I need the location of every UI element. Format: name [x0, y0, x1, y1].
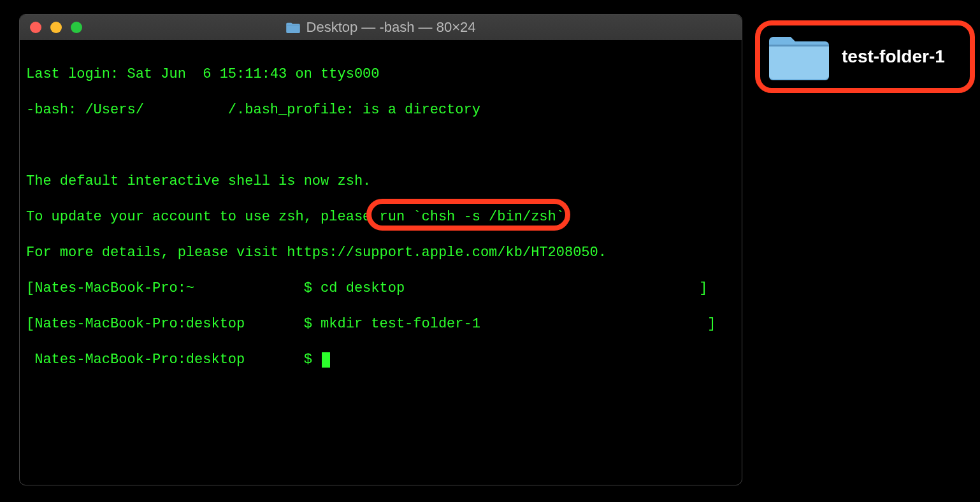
terminal-line — [26, 137, 735, 155]
terminal-line: For more details, please visit https://s… — [26, 244, 735, 262]
terminal-line: Last login: Sat Jun 6 15:11:43 on ttys00… — [26, 66, 735, 83]
terminal-line: The default interactive shell is now zsh… — [26, 173, 735, 190]
terminal-line: To update your account to use zsh, pleas… — [26, 208, 735, 226]
folder-icon — [286, 22, 300, 33]
terminal-prompt: Nates-MacBook-Pro:desktop $ — [26, 352, 321, 368]
annotation-highlight-folder: test-folder-1 — [755, 20, 975, 93]
terminal-body[interactable]: Last login: Sat Jun 6 15:11:43 on ttys00… — [20, 40, 742, 430]
close-button[interactable] — [30, 22, 41, 33]
cursor-icon — [322, 352, 330, 368]
title-bar[interactable]: Desktop — -bash — 80×24 — [20, 15, 742, 40]
desktop-folder-label[interactable]: test-folder-1 — [842, 47, 945, 67]
terminal-line: [Nates-MacBook-Pro:desktop $ mkdir test-… — [26, 315, 735, 333]
svg-rect-0 — [769, 45, 829, 47]
window-title: Desktop — -bash — 80×24 — [286, 19, 476, 36]
terminal-line: -bash: /Users/ /.bash_profile: is a dire… — [26, 101, 735, 119]
window-title-text: Desktop — -bash — 80×24 — [306, 19, 476, 36]
traffic-lights — [30, 22, 82, 33]
folder-icon[interactable] — [769, 33, 829, 80]
minimize-button[interactable] — [50, 22, 62, 33]
terminal-line: [Nates-MacBook-Pro:~ $ cd desktop ] — [26, 280, 735, 298]
terminal-window[interactable]: Desktop — -bash — 80×24 Last login: Sat … — [19, 14, 742, 485]
terminal-prompt-line: Nates-MacBook-Pro:desktop $ — [26, 351, 735, 369]
maximize-button[interactable] — [71, 22, 82, 33]
